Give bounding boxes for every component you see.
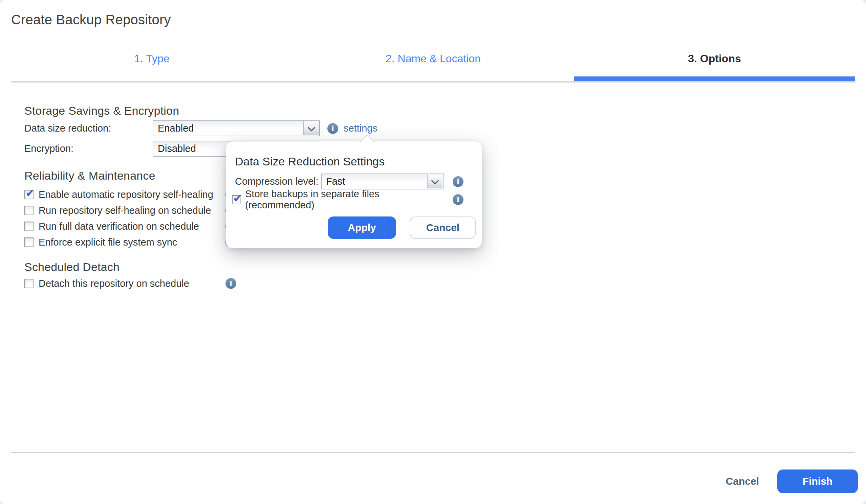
self-healing-schedule-checkbox[interactable]: [24, 206, 34, 215]
self-healing-schedule-label: Run repository self-healing on schedule: [38, 205, 221, 216]
store-backups-label: Store backups in separate files (recomme…: [245, 188, 448, 211]
finish-button[interactable]: Finish: [777, 470, 858, 493]
cancel-button[interactable]: Cancel: [726, 476, 759, 487]
detach-schedule-checkbox[interactable]: [24, 279, 34, 288]
detach-schedule-label: Detach this repository on schedule: [38, 278, 221, 289]
data-size-reduction-select[interactable]: Enabled: [153, 121, 320, 136]
storage-section-heading: Storage Savings & Encryption: [24, 104, 179, 117]
detach-schedule-row: Detach this repository on schedule i: [24, 276, 236, 291]
data-size-reduction-label: Data size reduction:: [24, 123, 153, 134]
self-healing-schedule-row: Run repository self-healing on schedule …: [24, 203, 236, 218]
data-size-reduction-popover: Data Size Reduction Settings Compression…: [226, 141, 482, 248]
popover-title: Data Size Reduction Settings: [235, 155, 385, 168]
self-healing-row: Enable automatic repository self-healing…: [24, 187, 236, 202]
info-icon[interactable]: i: [453, 194, 464, 205]
data-size-reduction-value: Enabled: [158, 123, 194, 134]
encryption-label: Encryption:: [24, 143, 153, 154]
apply-button[interactable]: Apply: [328, 217, 396, 239]
compression-level-select[interactable]: Fast: [321, 173, 444, 190]
reliability-section-heading: Reliability & Maintenance: [24, 169, 155, 182]
self-healing-label: Enable automatic repository self-healing: [38, 189, 221, 200]
file-system-sync-label: Enforce explicit file system sync: [38, 237, 221, 248]
dropdown-arrow-icon[interactable]: [303, 122, 319, 135]
file-system-sync-row: Enforce explicit file system sync i: [24, 234, 236, 250]
file-system-sync-checkbox[interactable]: [24, 238, 34, 247]
detach-section-heading: Scheduled Detach: [24, 261, 120, 274]
data-verification-checkbox[interactable]: [24, 221, 34, 231]
encryption-value: Disabled: [158, 143, 196, 154]
options-step-content: Storage Savings & Encryption Data size r…: [0, 0, 866, 504]
settings-link[interactable]: settings: [344, 123, 377, 134]
info-icon[interactable]: i: [327, 123, 338, 134]
compression-level-label: Compression level:: [235, 176, 321, 187]
compression-level-row: Compression level: Fast i: [235, 173, 464, 190]
dropdown-arrow-icon[interactable]: [427, 174, 443, 188]
create-backup-repository-dialog: Create Backup Repository 1. Type 2. Name…: [0, 0, 866, 504]
footer-actions: Cancel Finish: [726, 469, 858, 494]
info-icon[interactable]: i: [453, 176, 464, 187]
popover-cancel-button[interactable]: Cancel: [410, 217, 476, 239]
compression-level-value: Fast: [326, 176, 345, 187]
data-verification-row: Run full data verification on schedule i: [24, 218, 236, 234]
store-backups-row: Store backups in separate files (recomme…: [232, 192, 464, 207]
info-icon[interactable]: i: [225, 278, 236, 289]
data-verification-label: Run full data verification on schedule: [38, 221, 221, 232]
store-backups-checkbox[interactable]: [232, 195, 241, 204]
data-size-reduction-row: Data size reduction: Enabled i settings: [24, 121, 377, 136]
self-healing-checkbox[interactable]: [24, 190, 34, 199]
footer-divider: [11, 452, 855, 453]
